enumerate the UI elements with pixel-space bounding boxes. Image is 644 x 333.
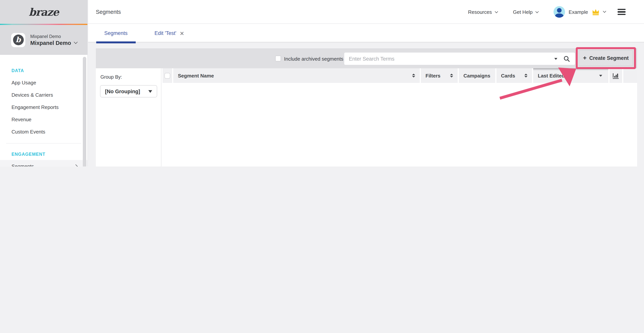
page-title: Segments — [96, 9, 121, 15]
top-bar-actions: Resources Get Help Example — [468, 0, 626, 24]
nav-section-title: ENGAGEMENT — [6, 148, 81, 160]
workspace-icon-letter: b — [13, 35, 24, 45]
user-menu[interactable]: Example — [554, 6, 606, 18]
workspace-name: Mixpanel Demo — [30, 34, 77, 39]
sidebar-item-segments[interactable]: Segments — [0, 160, 88, 167]
select-all-checkbox[interactable] — [164, 73, 170, 79]
group-by-panel: Group By: [No Grouping] — [96, 68, 162, 167]
nav-section-engagement: ENGAGEMENT Segments Campaigns Canvas New… — [6, 143, 81, 167]
column-cards[interactable]: Cards — [496, 68, 532, 83]
get-help-menu[interactable]: Get Help — [513, 9, 538, 15]
group-by-label: Group By: — [100, 74, 161, 80]
search-dropdown-caret-icon[interactable] — [554, 58, 557, 60]
chevron-right-icon — [74, 164, 78, 167]
search-input[interactable] — [344, 56, 554, 62]
sidebar-item-app-usage[interactable]: App Usage — [0, 76, 88, 89]
column-empty — [623, 68, 637, 83]
top-bar: Segments Resources Get Help Example — [88, 0, 644, 24]
tab-bar: Segments Edit 'Test' ✕ — [88, 24, 644, 43]
sidebar-item-custom-events[interactable]: Custom Events — [0, 125, 88, 138]
sort-icon[interactable] — [524, 74, 528, 78]
sidebar-item-revenue[interactable]: Revenue — [0, 113, 88, 125]
chevron-down-icon — [74, 40, 78, 44]
search-icon[interactable] — [564, 56, 570, 62]
select-caret-icon — [148, 90, 152, 93]
braze-logo: braze — [29, 6, 59, 18]
bar-chart-icon — [612, 72, 619, 79]
segments-panel: Include archived segments + Create Segme… — [96, 48, 637, 167]
workspace-icon: b — [11, 33, 25, 47]
sort-icon[interactable] — [450, 74, 453, 78]
column-filters[interactable]: Filters — [421, 68, 458, 83]
chevron-down-icon — [495, 10, 498, 13]
include-archived-checkbox[interactable] — [275, 56, 281, 61]
segments-toolbar: Include archived segments + Create Segme… — [96, 48, 637, 68]
column-last-edited[interactable]: Last Edited — [533, 68, 608, 83]
table-header: Segment Name Filters Campaigns Cards Las… — [162, 68, 637, 83]
tab-segments[interactable]: Segments — [104, 24, 128, 43]
sort-desc-icon[interactable] — [599, 75, 602, 77]
table-body — [162, 83, 637, 167]
plus-icon: + — [583, 55, 587, 61]
include-archived-label: Include archived segments — [284, 56, 343, 62]
nav-section-title: DATA — [6, 65, 81, 76]
chevron-down-icon — [603, 10, 606, 13]
column-campaigns[interactable]: Campaigns — [459, 68, 495, 83]
nav-section-data: DATA App Usage Devices & Carriers Engage… — [6, 60, 81, 143]
resources-menu[interactable]: Resources — [468, 9, 498, 15]
close-icon[interactable]: ✕ — [180, 30, 184, 36]
sort-icon[interactable] — [412, 74, 415, 78]
sidebar-item-devices-carriers[interactable]: Devices & Carriers — [0, 89, 88, 101]
sidebar: braze b Mixpanel Demo Mixpanel Demo DATA… — [0, 0, 88, 167]
account-switcher[interactable]: b Mixpanel Demo Mixpanel Demo — [0, 25, 88, 55]
group-by-select[interactable]: [No Grouping] — [100, 85, 157, 97]
column-analytics[interactable] — [610, 68, 622, 83]
search-box — [344, 53, 575, 65]
column-segment-name[interactable]: Segment Name — [173, 68, 420, 83]
annotation-highlight-box: + Create Segment — [576, 47, 636, 69]
sidebar-nav: DATA App Usage Devices & Carriers Engage… — [0, 55, 88, 167]
crown-icon — [592, 8, 600, 16]
tab-edit-test[interactable]: Edit 'Test' ✕ — [154, 24, 184, 43]
sidebar-item-engagement-reports[interactable]: Engagement Reports — [0, 101, 88, 113]
hamburger-menu-icon[interactable] — [618, 9, 626, 15]
sidebar-scrollbar[interactable] — [83, 57, 86, 167]
chevron-down-icon — [536, 10, 539, 13]
brand-header: braze — [0, 0, 88, 24]
braze-dashboard: braze b Mixpanel Demo Mixpanel Demo DATA… — [0, 0, 644, 167]
create-segment-button[interactable]: + Create Segment — [578, 49, 634, 67]
avatar — [554, 6, 565, 18]
select-all-cell — [162, 68, 172, 83]
user-name: Example — [569, 9, 588, 15]
account-name: Mixpanel Demo — [30, 40, 71, 46]
